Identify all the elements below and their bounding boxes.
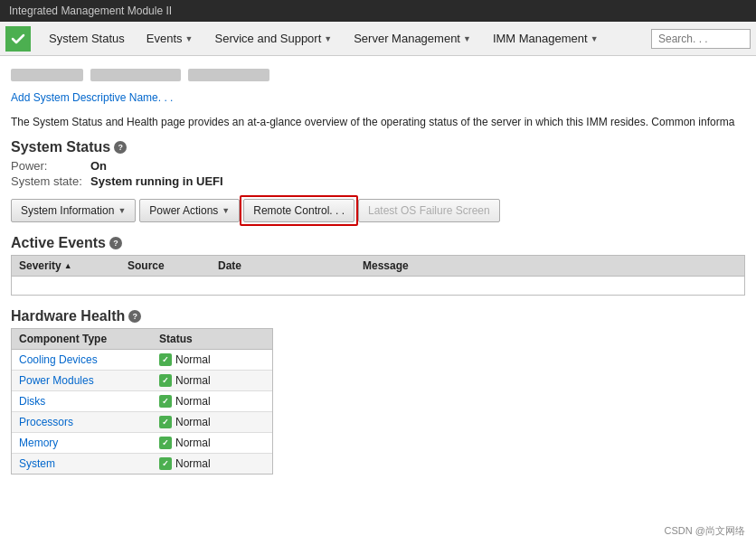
table-row: System ✓ Normal [12,454,272,474]
search-input[interactable] [651,29,751,49]
source-column-header[interactable]: Source [120,256,211,276]
status-cell: ✓ Normal [152,350,260,370]
component-link[interactable]: Disks [12,391,152,411]
hw-rows-container: Cooling Devices ✓ Normal Power Modules ✓… [12,350,272,474]
table-row: Power Modules ✓ Normal [12,371,272,391]
events-table-body [11,276,745,296]
status-check-icon: ✓ [159,457,172,470]
status-info: Power: On System state: System running i… [11,159,745,188]
nav-item-service-support[interactable]: Service and Support ▼ [203,22,343,56]
status-text: Normal [175,457,211,470]
state-value: System running in UEFI [90,174,223,188]
remote-control-button[interactable]: Remote Control. . . [243,199,354,222]
component-link[interactable]: Memory [12,433,152,453]
watermark: CSDN @尚文网络 [665,524,745,538]
status-cell: ✓ Normal [152,412,260,432]
component-type-header: Component Type [12,329,152,349]
status-cell: ✓ Normal [152,371,260,390]
system-info-dropdown-arrow: ▼ [118,206,126,215]
events-dropdown-arrow: ▼ [185,34,194,43]
status-check-icon: ✓ [159,353,172,366]
component-link[interactable]: Processors [12,412,152,432]
status-check-icon: ✓ [159,374,172,387]
power-actions-button[interactable]: Power Actions ▼ [139,199,240,222]
table-row: Disks ✓ Normal [12,391,272,412]
nav-item-imm-management[interactable]: IMM Management ▼ [482,22,610,56]
status-cell: ✓ Normal [152,454,260,474]
system-status-help-icon[interactable]: ? [114,141,127,154]
active-events-title: Active Events ? [11,235,745,251]
active-events-section: Active Events ? Severity ▲ Source Date M… [11,235,745,296]
status-text: Normal [175,353,211,366]
hardware-health-table: Component Type Status Cooling Devices ✓ … [11,328,273,475]
table-row: Cooling Devices ✓ Normal [12,350,272,371]
power-actions-dropdown-arrow: ▼ [222,206,230,215]
component-link[interactable]: Power Modules [12,371,152,390]
main-content: Add System Descriptive Name. . . The Sys… [0,56,756,482]
status-header: Status [152,329,260,349]
action-buttons: System Information ▼ Power Actions ▼ Rem… [11,199,745,222]
table-row: Processors ✓ Normal [12,412,272,433]
status-check-icon: ✓ [159,437,172,449]
server-mgmt-dropdown-arrow: ▼ [463,34,471,43]
table-row: Memory ✓ Normal [12,433,272,454]
status-check-icon: ✓ [159,395,172,408]
state-row: System state: System running in UEFI [11,174,745,188]
events-table-header: Severity ▲ Source Date Message [11,255,745,276]
blurred-line-1 [11,69,83,81]
nav-bar: System Status Events ▼ Service and Suppo… [0,22,756,56]
severity-column-header[interactable]: Severity ▲ [12,256,120,276]
blurred-line-2 [90,69,181,81]
status-text: Normal [175,374,211,387]
active-events-help-icon[interactable]: ? [109,237,122,249]
component-link[interactable]: Cooling Devices [12,350,152,370]
power-row: Power: On [11,159,745,173]
nav-logo[interactable] [5,26,31,52]
blurred-line-3 [188,69,269,81]
hardware-health-section: Hardware Health ? Component Type Status … [11,308,745,475]
description-text: The System Status and Health page provid… [11,115,745,130]
imm-mgmt-dropdown-arrow: ▼ [591,34,599,43]
add-system-link[interactable]: Add System Descriptive Name. . . [11,91,173,104]
component-link[interactable]: System [12,454,152,474]
hardware-health-title: Hardware Health ? [11,308,745,324]
latest-os-button[interactable]: Latest OS Failure Screen [358,199,500,222]
nav-item-server-management[interactable]: Server Management ▼ [343,22,482,56]
date-column-header[interactable]: Date [211,256,355,276]
status-cell: ✓ Normal [152,433,260,453]
system-status-title: System Status ? [11,139,745,155]
status-text: Normal [175,416,211,428]
system-information-button[interactable]: System Information ▼ [11,199,136,222]
status-cell: ✓ Normal [152,391,260,411]
title-bar-text: Integrated Management Module II [9,5,172,17]
power-label: Power: [11,159,83,173]
severity-sort-arrow: ▲ [64,261,72,270]
hw-table-header: Component Type Status [12,329,272,350]
blurred-header: Add System Descriptive Name. . . [11,63,745,109]
power-value: On [90,159,107,173]
status-text: Normal [175,437,211,449]
state-label: System state: [11,174,83,188]
nav-item-events[interactable]: Events ▼ [136,22,204,56]
message-column-header[interactable]: Message [355,256,744,276]
status-check-icon: ✓ [159,416,172,428]
hardware-health-help-icon[interactable]: ? [128,310,141,323]
title-bar: Integrated Management Module II [0,0,756,22]
service-dropdown-arrow: ▼ [324,34,332,43]
status-text: Normal [175,395,211,408]
nav-item-system-status[interactable]: System Status [38,22,136,56]
